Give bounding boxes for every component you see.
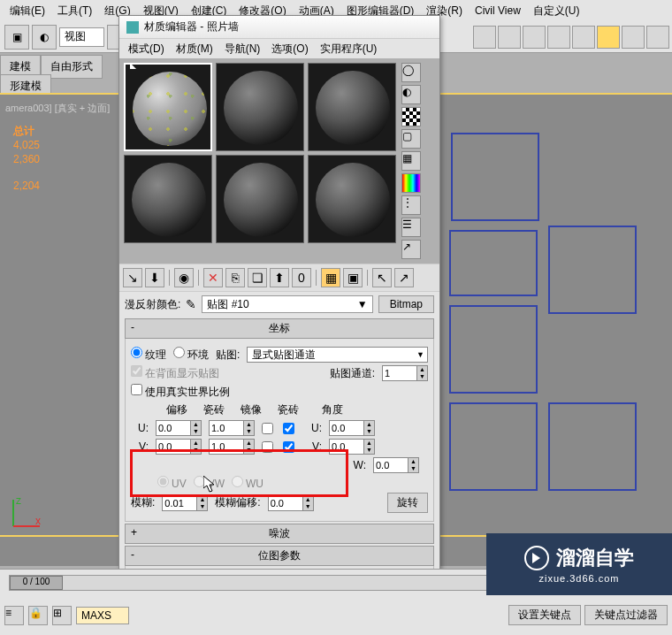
check-show-back[interactable]: 在背面显示贴图 (131, 365, 219, 381)
v-offset-spinner[interactable]: ▲▼ (156, 439, 202, 455)
u-angle-spinner[interactable]: ▲▼ (329, 420, 375, 436)
material-editor-menu: 模式(D) 材质(M) 导航(N) 选项(O) 实用程序(U) (119, 39, 439, 58)
scene-object-4[interactable] (449, 305, 538, 394)
radio-environ[interactable]: 环境 (173, 347, 209, 363)
material-type-button[interactable]: Bitmap (378, 295, 434, 313)
viewport-stats: 总计 4,025 2,360 2,204 (13, 124, 40, 193)
rbtn-7[interactable] (646, 26, 669, 49)
rbtn-2[interactable] (498, 26, 521, 49)
me-menu-navigate[interactable]: 导航(N) (220, 40, 265, 58)
sample-slot-1[interactable] (124, 63, 212, 151)
backlight-icon[interactable]: ◐ (401, 85, 421, 104)
sample-slot-3[interactable] (308, 63, 396, 151)
menu-customize[interactable]: 自定义(U) (528, 2, 585, 20)
go-parent-icon[interactable]: ↖ (372, 268, 392, 287)
v-tiling-spinner[interactable]: ▲▼ (209, 439, 255, 455)
v-angle-spinner[interactable]: ▲▼ (329, 439, 375, 455)
u-offset-spinner[interactable]: ▲▼ (156, 420, 202, 436)
status-btn-2[interactable]: 🔒 (28, 606, 48, 625)
show-map-icon[interactable]: ▦ (321, 268, 340, 287)
rollout-coords-header[interactable]: -坐标 (125, 318, 434, 339)
sample-type-icon[interactable]: ◯ (401, 63, 421, 82)
status-btn-3[interactable]: ⊞ (52, 606, 72, 625)
watermark-url: zixue.3d66.com (538, 573, 619, 584)
material-name-field[interactable]: 贴图 #10▼ (202, 295, 372, 313)
mapping-label: 贴图: (216, 348, 240, 363)
v-mirror-check[interactable] (262, 441, 273, 453)
mat-id-icon[interactable]: 0 (292, 268, 311, 287)
get-material-icon[interactable]: ↘ (123, 268, 142, 287)
go-forward-icon[interactable]: ↗ (394, 268, 414, 287)
me-menu-modes[interactable]: 模式(D) (124, 40, 169, 58)
put-to-scene-icon[interactable]: ⬇ (145, 268, 164, 287)
map-channel-spinner[interactable]: ▲▼ (382, 365, 428, 381)
menu-edit[interactable]: 编辑(E) (4, 2, 50, 20)
sample-slot-5[interactable] (216, 155, 304, 243)
mat-map-nav-icon[interactable]: ↗ (401, 240, 421, 259)
eyedropper-icon[interactable]: ✎ (186, 297, 196, 311)
show-end-icon[interactable]: ▣ (343, 268, 363, 287)
rbtn-3[interactable] (523, 26, 546, 49)
make-unique-icon[interactable]: ❏ (248, 268, 267, 287)
select-by-mat-icon[interactable]: ☰ (401, 218, 421, 237)
u-mirror-check[interactable] (262, 423, 273, 434)
rbtn-6[interactable] (622, 26, 645, 49)
material-editor-titlebar[interactable]: 材质编辑器 - 照片墙 (119, 16, 439, 39)
background-icon[interactable] (401, 107, 421, 126)
me-menu-utilities[interactable]: 实用程序(U) (316, 40, 382, 58)
diffuse-label: 漫反射颜色: (125, 297, 180, 312)
rbtn-1[interactable] (473, 26, 496, 49)
scene-object-1[interactable] (451, 133, 539, 221)
u-tiling-spinner[interactable]: ▲▼ (209, 420, 255, 436)
view-dropdown[interactable]: 视图 (59, 27, 104, 47)
scene-object-5[interactable] (449, 402, 538, 491)
toolbar-btn-2[interactable]: ◐ (32, 25, 57, 50)
blur-spinner[interactable]: ▲▼ (162, 495, 208, 511)
time-slider-handle[interactable]: 0 / 100 (10, 576, 63, 590)
scene-object-2[interactable] (548, 226, 637, 314)
material-name-row: 漫反射颜色: ✎ 贴图 #10▼ Bitmap (119, 292, 439, 317)
material-toolbar: ↘ ⬇ ◉ ✕ ⎘ ❏ ⬆ 0 ▦ ▣ ↖ ↗ (119, 264, 439, 292)
status-btn-1[interactable]: ≡ (4, 606, 24, 625)
u-tile-check[interactable] (283, 423, 294, 434)
copy-icon[interactable]: ⎘ (225, 268, 245, 287)
v-tile-check[interactable] (283, 441, 294, 453)
rbtn-teapot[interactable] (597, 26, 620, 49)
me-menu-options[interactable]: 选项(O) (267, 40, 312, 58)
rollout-bitmap-header[interactable]: -位图参数 (125, 546, 434, 566)
radio-wu[interactable]: WU (232, 476, 263, 490)
key-filter-button[interactable]: 关键点过滤器 (584, 605, 668, 625)
mapping-dropdown[interactable]: 显式贴图通道 (247, 347, 428, 363)
blur-offset-spinner[interactable]: ▲▼ (268, 495, 314, 511)
w-angle-spinner[interactable]: ▲▼ (373, 457, 419, 473)
scene-object-3[interactable] (449, 230, 538, 296)
check-real-world[interactable]: 使用真实世界比例 (131, 384, 230, 400)
sample-side-toolbar: ◯ ◐ ▢ ▦ ⋮ ☰ ↗ (401, 63, 421, 259)
reset-icon[interactable]: ✕ (203, 268, 223, 287)
rbtn-5[interactable] (572, 26, 595, 49)
video-check-icon[interactable]: ▦ (401, 151, 421, 171)
sample-slot-2[interactable] (216, 63, 304, 151)
me-menu-material[interactable]: 材质(M) (172, 40, 218, 58)
rollout-noise-header[interactable]: +噪波 (125, 524, 434, 544)
put-to-lib-icon[interactable]: ⬆ (270, 268, 289, 287)
label-u: U: (131, 422, 149, 434)
maxscript-input[interactable] (76, 607, 129, 624)
rbtn-4[interactable] (547, 26, 570, 49)
options-icon[interactable]: ⋮ (401, 195, 421, 215)
sample-slot-6[interactable] (308, 155, 396, 243)
radio-uv[interactable]: UV (157, 476, 187, 490)
menu-tools[interactable]: 工具(T) (52, 2, 97, 20)
material-editor-window: 材质编辑器 - 照片墙 模式(D) 材质(M) 导航(N) 选项(O) 实用程序… (118, 15, 440, 634)
header-tile: 瓷砖 (278, 402, 299, 417)
sample-uv-icon[interactable]: ▢ (401, 129, 421, 149)
preview-icon[interactable] (401, 173, 421, 193)
scene-object-6[interactable] (548, 402, 637, 491)
rotate-button[interactable]: 旋转 (387, 493, 428, 513)
toolbar-btn-1[interactable]: ▣ (4, 25, 29, 50)
radio-texture[interactable]: 纹理 (131, 347, 166, 363)
sample-slot-4[interactable] (124, 155, 212, 243)
set-key-button[interactable]: 设置关键点 (508, 605, 581, 625)
menu-civil-view[interactable]: Civil View (470, 3, 526, 19)
assign-icon[interactable]: ◉ (174, 268, 194, 287)
